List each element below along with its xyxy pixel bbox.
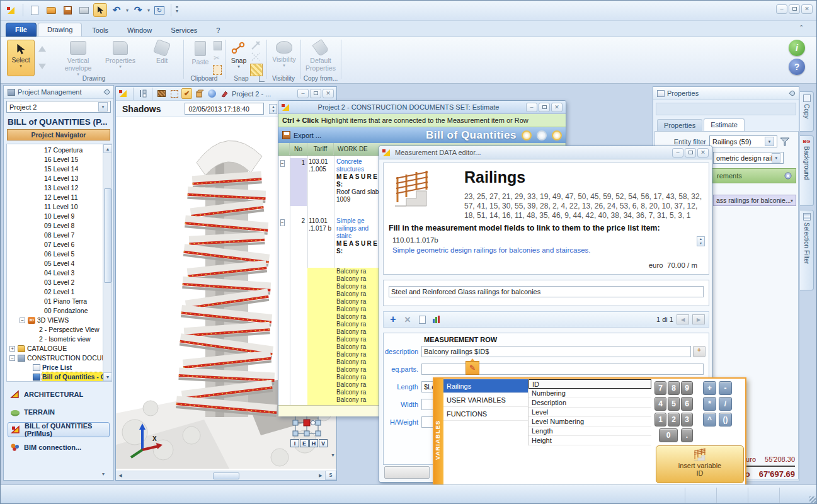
tree-item[interactable]: − 3D 3D VIEWS — [7, 316, 111, 325]
maximize-button[interactable] — [685, 148, 696, 158]
tree-item[interactable]: 10 Level 9 — [7, 212, 111, 221]
key-power[interactable]: ^ — [703, 413, 716, 427]
key-2[interactable]: 2 — [668, 413, 680, 427]
entity-filter-select[interactable]: Railings (59)▾ — [709, 135, 777, 147]
select-button[interactable]: Select ▾ — [7, 40, 35, 76]
variable-group-item[interactable]: FUNCTIONS — [443, 407, 528, 421]
chart-icon[interactable] — [431, 314, 442, 325]
tree-item[interactable]: 08 Level 7 — [7, 231, 111, 240]
free-description-input[interactable] — [389, 286, 704, 297]
key-0[interactable]: 0 — [659, 428, 678, 442]
refresh-view-icon[interactable]: ↻ — [152, 3, 166, 17]
tree-item[interactable]: 15 Level 14 — [7, 164, 111, 174]
resize-grip[interactable] — [809, 496, 816, 503]
variable-item[interactable]: Level — [528, 408, 651, 417]
key-7[interactable]: 7 — [654, 381, 666, 395]
help-button[interactable]: ? — [789, 59, 805, 75]
filter-icon[interactable] — [779, 137, 791, 147]
minimize-button[interactable]: – — [526, 103, 537, 112]
undo-icon[interactable]: ↶ — [110, 3, 123, 17]
price-list-description-link[interactable]: Simple geometric design railings for bal… — [392, 246, 591, 254]
tree-item[interactable]: Bill of Quantities - GE — [7, 372, 111, 382]
default-properties-button[interactable]: Default Properties — [303, 40, 338, 72]
tree-item[interactable]: 2 - Isometric view — [7, 335, 111, 344]
eqparts-input[interactable] — [421, 364, 704, 375]
eraser-tool-icon[interactable] — [219, 88, 230, 99]
view-button-e[interactable]: E — [300, 439, 309, 447]
row-description[interactable]: Concrete structures MEASUREMENT S: Roof … — [336, 158, 382, 203]
tree-item[interactable]: 17 Copertura — [7, 146, 111, 155]
variable-item[interactable]: Numbering — [528, 389, 651, 398]
variable-group-item[interactable]: USER VARIABLES — [443, 393, 528, 407]
scroll-thumb[interactable] — [213, 472, 239, 479]
info-button[interactable]: i — [789, 40, 805, 56]
scroll-left-icon[interactable]: ◀ — [116, 473, 125, 478]
undo-dropdown-icon[interactable]: ▾ — [126, 8, 129, 13]
tree-item[interactable]: Price List — [7, 363, 111, 372]
delete-row-icon[interactable]: ✕ — [402, 314, 413, 325]
row-collapse-icon[interactable]: − — [280, 219, 287, 226]
scroll-up-icon[interactable]: ▲ — [103, 144, 112, 153]
shadow-datetime-field[interactable]: 02/05/2013 17:18:40 — [185, 103, 264, 115]
key-1[interactable]: 1 — [654, 413, 666, 427]
3d-hscrollbar[interactable]: ◀ ▶ — [116, 471, 325, 480]
scroll-thumb[interactable] — [104, 188, 111, 283]
add-row-icon[interactable]: + — [387, 314, 399, 325]
minimize-button[interactable]: – — [297, 89, 309, 98]
variable-item[interactable]: Level Numbering — [528, 417, 651, 427]
print-icon[interactable] — [77, 3, 91, 17]
price-item-stepper[interactable]: ▲▼ — [697, 236, 705, 246]
key-dot[interactable]: . — [681, 428, 693, 442]
ribbon-tab[interactable]: Window — [118, 24, 161, 37]
maximize-button[interactable] — [539, 103, 550, 112]
solid-view-icon[interactable] — [194, 88, 205, 99]
tree-item[interactable]: 00 Fondazione — [7, 306, 111, 316]
tree-item[interactable]: 2 - Perspective View — [7, 325, 111, 335]
paste-special-icon[interactable] — [213, 65, 222, 75]
tree-item[interactable]: 03 Level 2 — [7, 278, 111, 287]
minimize-button[interactable]: – — [776, 4, 787, 14]
nav-bill-of-quantities[interactable]: BILL of QUANTITIES (PriMus) — [8, 422, 110, 437]
save-round-icon[interactable] — [537, 130, 547, 140]
nav-terrain[interactable]: TERRAIN — [8, 404, 110, 420]
row-tariff[interactable]: 110.01 .1.017 b — [309, 217, 333, 232]
render-sphere-icon[interactable] — [207, 88, 217, 99]
arrow-down-icon[interactable] — [38, 60, 46, 73]
selection-tool-icon[interactable] — [169, 88, 180, 99]
copy-row-icon[interactable] — [416, 314, 428, 325]
scroll-right-icon[interactable]: ▶ — [316, 473, 325, 478]
row-description[interactable]: Simple ge railings and stairc MEASUREMEN… — [336, 217, 382, 255]
nav-bim-connection[interactable]: BIM connection... — [8, 440, 110, 455]
pin-icon[interactable] — [789, 89, 796, 96]
datetime-stepper[interactable]: ▲▼ — [269, 104, 277, 114]
preview-round-icon[interactable] — [522, 130, 532, 140]
pin-icon[interactable] — [103, 88, 110, 95]
variable-item[interactable]: ID — [528, 379, 651, 389]
tree-item[interactable]: + CATALOGUE — [7, 344, 111, 353]
close-button[interactable]: ✕ — [551, 103, 563, 112]
nav-architectural[interactable]: ARCHITECTURAL — [8, 387, 110, 402]
tree-item[interactable]: 14 Level 13 — [7, 174, 111, 183]
close-button[interactable]: ✕ — [323, 89, 334, 98]
tree-expander-icon[interactable]: − — [9, 355, 15, 361]
redo-dropdown-icon[interactable]: ▾ — [147, 8, 150, 13]
tree-item[interactable]: 01 Piano Terra — [7, 297, 111, 306]
view-button-i[interactable]: I — [290, 439, 299, 447]
tree-item[interactable]: 04 Level 3 — [7, 268, 111, 278]
toolbar-options-icon[interactable]: ▾ — [176, 6, 178, 14]
key-8[interactable]: 8 — [668, 381, 680, 395]
row-collapse-icon[interactable]: − — [280, 159, 287, 166]
key-6[interactable]: 6 — [681, 397, 693, 411]
ribbon-tab[interactable]: File — [6, 23, 37, 37]
key-5[interactable]: 5 — [668, 397, 680, 411]
tree-item[interactable]: 11 Level 10 — [7, 202, 111, 212]
view-button-v[interactable]: V — [319, 439, 328, 447]
collapse-ribbon-icon[interactable]: ˆ — [800, 25, 803, 33]
side-tab-selection-filter[interactable]: Selection Filter — [800, 210, 814, 290]
arrow-up-icon[interactable] — [38, 42, 46, 55]
redo-icon[interactable]: ↷ — [131, 3, 145, 17]
project-navigator-header[interactable]: Project Navigator — [7, 129, 110, 140]
expand-description-icon[interactable]: + — [693, 346, 706, 357]
visibility-button[interactable]: Visibility▾ — [269, 40, 299, 68]
key-multiply[interactable]: * — [703, 397, 716, 411]
